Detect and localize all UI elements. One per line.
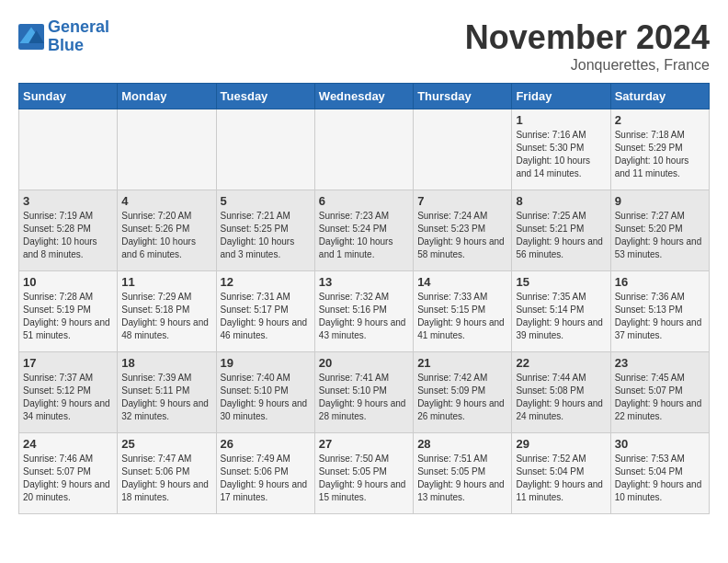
day-number: 30 [615,437,705,451]
day-info: Sunrise: 7:31 AM Sunset: 5:17 PM Dayligh… [221,291,311,342]
month-title: November 2024 [465,18,710,57]
calendar-cell [414,109,512,190]
day-info: Sunrise: 7:19 AM Sunset: 5:28 PM Dayligh… [23,210,113,261]
page-header: General Blue November 2024 Jonquerettes,… [18,18,710,74]
day-info: Sunrise: 7:23 AM Sunset: 5:24 PM Dayligh… [319,210,409,261]
calendar-cell: 12Sunrise: 7:31 AM Sunset: 5:17 PM Dayli… [216,271,314,352]
logo-icon [18,24,44,50]
day-number: 16 [615,275,705,289]
calendar-cell: 9Sunrise: 7:27 AM Sunset: 5:20 PM Daylig… [610,190,709,271]
day-info: Sunrise: 7:16 AM Sunset: 5:30 PM Dayligh… [516,129,606,180]
calendar-cell: 28Sunrise: 7:51 AM Sunset: 5:05 PM Dayli… [414,433,512,514]
day-number: 28 [417,437,507,451]
calendar-cell: 26Sunrise: 7:49 AM Sunset: 5:06 PM Dayli… [216,433,314,514]
calendar-week-5: 24Sunrise: 7:46 AM Sunset: 5:07 PM Dayli… [19,433,710,514]
day-info: Sunrise: 7:25 AM Sunset: 5:21 PM Dayligh… [516,210,606,261]
day-info: Sunrise: 7:20 AM Sunset: 5:26 PM Dayligh… [121,210,211,261]
day-number: 18 [121,356,211,370]
calendar-cell: 10Sunrise: 7:28 AM Sunset: 5:19 PM Dayli… [19,271,118,352]
day-number: 7 [417,194,507,208]
day-number: 22 [516,356,606,370]
calendar-cell: 4Sunrise: 7:20 AM Sunset: 5:26 PM Daylig… [118,190,216,271]
day-number: 6 [319,194,409,208]
day-info: Sunrise: 7:40 AM Sunset: 5:10 PM Dayligh… [221,372,311,423]
day-number: 21 [417,356,507,370]
day-number: 14 [417,275,507,289]
calendar-week-1: 1Sunrise: 7:16 AM Sunset: 5:30 PM Daylig… [19,109,710,190]
weekday-header-wednesday: Wednesday [314,84,413,109]
calendar-cell: 6Sunrise: 7:23 AM Sunset: 5:24 PM Daylig… [314,190,413,271]
weekday-header-sunday: Sunday [19,84,118,109]
day-number: 25 [121,437,211,451]
calendar-cell [216,109,314,190]
calendar-cell: 11Sunrise: 7:29 AM Sunset: 5:18 PM Dayli… [118,271,216,352]
logo: General Blue [18,18,109,55]
day-info: Sunrise: 7:42 AM Sunset: 5:09 PM Dayligh… [417,372,507,423]
calendar-cell [19,109,118,190]
calendar-cell: 21Sunrise: 7:42 AM Sunset: 5:09 PM Dayli… [414,352,512,433]
weekday-header-monday: Monday [118,84,216,109]
day-info: Sunrise: 7:24 AM Sunset: 5:23 PM Dayligh… [417,210,507,261]
day-number: 26 [221,437,311,451]
day-number: 29 [516,437,606,451]
weekday-header-row: SundayMondayTuesdayWednesdayThursdayFrid… [19,84,710,109]
calendar-cell: 13Sunrise: 7:32 AM Sunset: 5:16 PM Dayli… [314,271,413,352]
day-info: Sunrise: 7:45 AM Sunset: 5:07 PM Dayligh… [615,372,705,423]
calendar-cell: 22Sunrise: 7:44 AM Sunset: 5:08 PM Dayli… [512,352,610,433]
day-info: Sunrise: 7:49 AM Sunset: 5:06 PM Dayligh… [221,453,311,504]
day-number: 23 [615,356,705,370]
calendar-cell [118,109,216,190]
day-number: 11 [121,275,211,289]
day-info: Sunrise: 7:39 AM Sunset: 5:11 PM Dayligh… [121,372,211,423]
calendar-cell: 14Sunrise: 7:33 AM Sunset: 5:15 PM Dayli… [414,271,512,352]
day-info: Sunrise: 7:27 AM Sunset: 5:20 PM Dayligh… [615,210,705,261]
day-number: 17 [23,356,113,370]
day-info: Sunrise: 7:53 AM Sunset: 5:04 PM Dayligh… [615,453,705,504]
day-number: 27 [319,437,409,451]
calendar-cell: 24Sunrise: 7:46 AM Sunset: 5:07 PM Dayli… [19,433,118,514]
calendar-cell: 27Sunrise: 7:50 AM Sunset: 5:05 PM Dayli… [314,433,413,514]
day-number: 15 [516,275,606,289]
calendar-cell [314,109,413,190]
weekday-header-tuesday: Tuesday [216,84,314,109]
day-info: Sunrise: 7:36 AM Sunset: 5:13 PM Dayligh… [615,291,705,342]
calendar-cell: 2Sunrise: 7:18 AM Sunset: 5:29 PM Daylig… [610,109,709,190]
day-info: Sunrise: 7:28 AM Sunset: 5:19 PM Dayligh… [23,291,113,342]
day-number: 2 [615,113,705,127]
calendar-cell: 5Sunrise: 7:21 AM Sunset: 5:25 PM Daylig… [216,190,314,271]
day-number: 5 [221,194,311,208]
calendar-cell: 29Sunrise: 7:52 AM Sunset: 5:04 PM Dayli… [512,433,610,514]
calendar-cell: 7Sunrise: 7:24 AM Sunset: 5:23 PM Daylig… [414,190,512,271]
calendar-cell: 15Sunrise: 7:35 AM Sunset: 5:14 PM Dayli… [512,271,610,352]
day-number: 3 [23,194,113,208]
day-info: Sunrise: 7:29 AM Sunset: 5:18 PM Dayligh… [121,291,211,342]
day-number: 19 [221,356,311,370]
day-info: Sunrise: 7:47 AM Sunset: 5:06 PM Dayligh… [121,453,211,504]
weekday-header-thursday: Thursday [414,84,512,109]
day-number: 10 [23,275,113,289]
day-info: Sunrise: 7:21 AM Sunset: 5:25 PM Dayligh… [221,210,311,261]
calendar-cell: 3Sunrise: 7:19 AM Sunset: 5:28 PM Daylig… [19,190,118,271]
calendar-body: 1Sunrise: 7:16 AM Sunset: 5:30 PM Daylig… [19,109,710,514]
calendar-cell: 19Sunrise: 7:40 AM Sunset: 5:10 PM Dayli… [216,352,314,433]
day-info: Sunrise: 7:18 AM Sunset: 5:29 PM Dayligh… [615,129,705,180]
calendar-cell: 18Sunrise: 7:39 AM Sunset: 5:11 PM Dayli… [118,352,216,433]
title-area: November 2024 Jonquerettes, France [465,18,710,74]
day-number: 20 [319,356,409,370]
calendar-cell: 23Sunrise: 7:45 AM Sunset: 5:07 PM Dayli… [610,352,709,433]
day-info: Sunrise: 7:44 AM Sunset: 5:08 PM Dayligh… [516,372,606,423]
day-info: Sunrise: 7:33 AM Sunset: 5:15 PM Dayligh… [417,291,507,342]
calendar-week-3: 10Sunrise: 7:28 AM Sunset: 5:19 PM Dayli… [19,271,710,352]
day-number: 1 [516,113,606,127]
day-info: Sunrise: 7:32 AM Sunset: 5:16 PM Dayligh… [319,291,409,342]
day-number: 8 [516,194,606,208]
calendar-cell: 17Sunrise: 7:37 AM Sunset: 5:12 PM Dayli… [19,352,118,433]
calendar-week-4: 17Sunrise: 7:37 AM Sunset: 5:12 PM Dayli… [19,352,710,433]
day-number: 9 [615,194,705,208]
calendar-cell: 30Sunrise: 7:53 AM Sunset: 5:04 PM Dayli… [610,433,709,514]
day-number: 24 [23,437,113,451]
weekday-header-saturday: Saturday [610,84,709,109]
calendar-week-2: 3Sunrise: 7:19 AM Sunset: 5:28 PM Daylig… [19,190,710,271]
calendar-cell: 8Sunrise: 7:25 AM Sunset: 5:21 PM Daylig… [512,190,610,271]
day-number: 4 [121,194,211,208]
